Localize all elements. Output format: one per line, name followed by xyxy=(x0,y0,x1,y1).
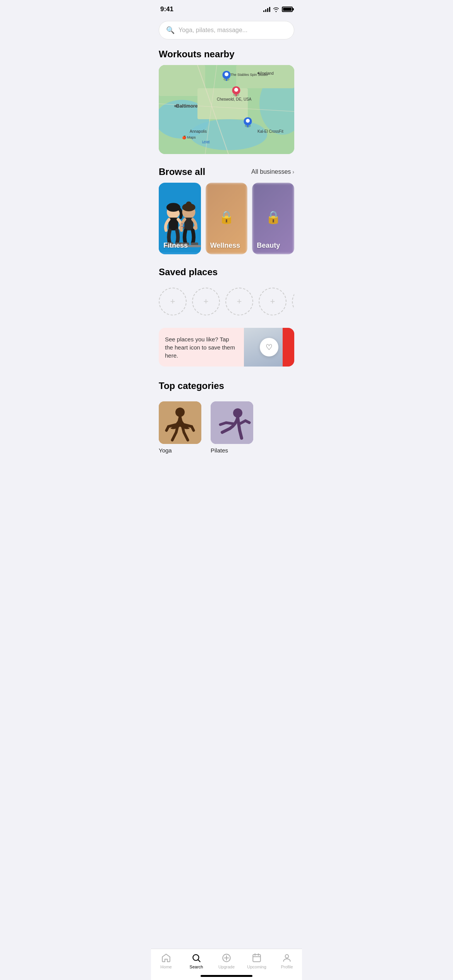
saved-place-3[interactable]: + xyxy=(225,288,253,315)
svg-text:Kal-El CrossFit: Kal-El CrossFit xyxy=(257,129,283,134)
svg-point-17 xyxy=(246,119,250,123)
svg-point-21 xyxy=(174,105,177,107)
yoga-card-bg xyxy=(159,401,201,444)
heart-icon: ♡ xyxy=(266,343,273,352)
saved-place-4[interactable]: + xyxy=(259,288,287,315)
add-icon-1: + xyxy=(170,296,175,307)
categories-row: Fitness 🔒 Wellness 🔒 Beauty xyxy=(151,183,302,264)
battery-icon xyxy=(282,7,293,12)
map-svg: The Stables Spin Studio Cheswold, DE, US… xyxy=(159,65,294,154)
svg-point-14 xyxy=(234,88,238,92)
hint-card-text: See places you like? Tap the heart icon … xyxy=(165,335,238,360)
svg-text:Baltimore: Baltimore xyxy=(176,103,198,109)
signal-icon xyxy=(263,7,270,12)
svg-text:Vineland: Vineland xyxy=(259,71,274,75)
svg-point-2 xyxy=(190,119,267,150)
add-icon-4: + xyxy=(270,296,275,307)
workouts-nearby-title: Workouts nearby xyxy=(159,49,235,60)
svg-text:Cheswold, DE, USA: Cheswold, DE, USA xyxy=(217,97,252,101)
wellness-label: Wellness xyxy=(210,242,240,250)
hint-card: See places you like? Tap the heart icon … xyxy=(159,328,294,367)
wifi-icon xyxy=(273,7,280,12)
hint-card-image: ♡ xyxy=(244,328,294,367)
svg-point-43 xyxy=(175,408,185,417)
pilates-card-bg xyxy=(211,401,253,444)
wellness-overlay: 🔒 Wellness xyxy=(206,183,248,254)
yoga-category-card[interactable]: Yoga xyxy=(159,401,205,454)
red-accent xyxy=(283,328,294,367)
svg-point-11 xyxy=(225,72,228,76)
map-container[interactable]: The Stables Spin Studio Cheswold, DE, US… xyxy=(159,65,294,154)
saved-circles-row: + + + + + xyxy=(159,283,294,320)
fitness-overlay: Fitness xyxy=(159,183,201,254)
heart-button[interactable]: ♡ xyxy=(260,338,278,356)
beauty-category-card[interactable]: 🔒 Beauty xyxy=(252,183,294,254)
saved-place-2[interactable]: + xyxy=(192,288,220,315)
search-placeholder: Yoga, pilates, massage... xyxy=(178,27,247,34)
browse-all-header: Browse all All businesses › xyxy=(151,163,302,183)
pilates-label: Pilates xyxy=(211,447,228,454)
fitness-category-card[interactable]: Fitness xyxy=(159,183,201,254)
pilates-card-image xyxy=(211,401,253,444)
browse-all-title: Browse all xyxy=(159,166,205,177)
search-section: 🔍 Yoga, pilates, massage... xyxy=(151,16,302,46)
hint-card-text-section: See places you like? Tap the heart icon … xyxy=(159,328,244,367)
search-bar[interactable]: 🔍 Yoga, pilates, massage... xyxy=(159,21,294,39)
fitness-label: Fitness xyxy=(163,242,188,250)
saved-places-header: Saved places xyxy=(151,264,302,283)
yoga-label: Yoga xyxy=(159,447,172,454)
pilates-illustration xyxy=(211,401,253,444)
top-categories-title: Top categories xyxy=(159,380,224,391)
saved-place-1[interactable]: + xyxy=(159,288,187,315)
all-businesses-link[interactable]: All businesses › xyxy=(251,168,294,175)
status-icons xyxy=(263,7,293,12)
add-icon-3: + xyxy=(237,296,242,307)
wellness-category-card[interactable]: 🔒 Wellness xyxy=(206,183,248,254)
yoga-card-image xyxy=(159,401,201,444)
beauty-overlay: 🔒 Beauty xyxy=(252,183,294,254)
lock-icon: 🔒 xyxy=(219,210,234,224)
workouts-nearby-header: Workouts nearby xyxy=(151,46,302,65)
search-icon: 🔍 xyxy=(166,26,175,34)
saved-place-5[interactable]: + xyxy=(292,288,294,315)
add-icon-2: + xyxy=(204,296,209,307)
yoga-illustration xyxy=(159,401,201,444)
svg-rect-5 xyxy=(236,65,294,88)
beauty-label: Beauty xyxy=(257,242,280,250)
svg-text:Annapolis: Annapolis xyxy=(190,129,207,134)
chevron-right-icon: › xyxy=(292,169,294,175)
status-bar: 9:41 xyxy=(151,0,302,16)
saved-places-section: + + + + + xyxy=(151,283,302,328)
top-categories-row: Yoga P xyxy=(159,397,294,459)
svg-text:🍎 Maps: 🍎 Maps xyxy=(182,135,196,140)
svg-rect-6 xyxy=(197,88,248,119)
status-time: 9:41 xyxy=(160,5,173,13)
svg-point-19 xyxy=(257,72,259,74)
top-categories-section: Yoga P xyxy=(151,397,302,459)
lock-icon-beauty: 🔒 xyxy=(266,210,281,224)
svg-text:Legal: Legal xyxy=(202,140,210,143)
pilates-category-card[interactable]: Pilates xyxy=(211,401,257,454)
saved-places-title: Saved places xyxy=(159,267,218,278)
top-categories-header: Top categories xyxy=(151,377,302,397)
main-content: 🔍 Yoga, pilates, massage... Workouts nea… xyxy=(151,16,302,493)
